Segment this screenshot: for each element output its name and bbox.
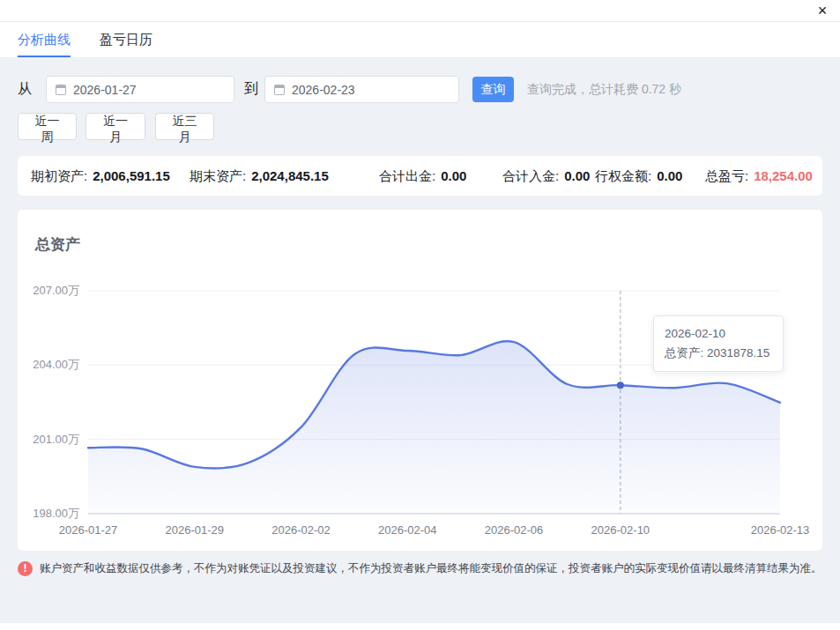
svg-text:2026-02-06: 2026-02-06 bbox=[485, 523, 544, 537]
chart-card: 总资产 207.00万204.00万201.00万198.00万2026-01-… bbox=[18, 210, 822, 551]
to-date-input[interactable] bbox=[264, 76, 459, 103]
summary-label: 期初资产: bbox=[31, 168, 87, 183]
account-analysis-panel: × 分析曲线 盈亏日历 从 到 查询 查询完成，总计耗费 0.72 秒 近一周 … bbox=[0, 0, 840, 630]
range-last-month-button[interactable]: 近一月 bbox=[85, 113, 145, 140]
summary-bar: 期初资产:2,006,591.15 期末资产:2,024,845.15 合计出金… bbox=[18, 156, 822, 196]
summary-item-total-pnl: 总盈亏:18,254.00 bbox=[705, 156, 813, 196]
svg-text:2026-02-10: 2026-02-10 bbox=[591, 523, 650, 537]
warning-icon: ! bbox=[18, 561, 33, 576]
summary-item-final-assets: 期末资产:2,024,845.15 bbox=[190, 156, 329, 196]
summary-item-total-withdrawal: 合计出金:0.00 bbox=[379, 156, 466, 196]
tab-pnl-calendar[interactable]: 盈亏日历 bbox=[100, 23, 152, 57]
content-area: 从 到 查询 查询完成，总计耗费 0.72 秒 近一周 近一月 近三月 期初资产… bbox=[0, 57, 840, 630]
from-date-input[interactable] bbox=[46, 76, 234, 103]
summary-value-pnl: 18,254.00 bbox=[754, 168, 813, 183]
chart-tooltip: 2026-02-10 总资产: 2031878.15 bbox=[653, 315, 784, 372]
from-label: 从 bbox=[18, 76, 32, 102]
svg-text:207.00万: 207.00万 bbox=[33, 284, 79, 297]
summary-item-initial-assets: 期初资产:2,006,591.15 bbox=[31, 156, 170, 196]
summary-label: 合计出金: bbox=[379, 168, 435, 183]
to-date-value[interactable] bbox=[292, 83, 415, 97]
summary-value: 0.00 bbox=[564, 168, 590, 183]
tab-analysis-curve[interactable]: 分析曲线 bbox=[18, 23, 71, 57]
svg-text:2026-02-04: 2026-02-04 bbox=[378, 523, 437, 537]
svg-text:201.00万: 201.00万 bbox=[33, 433, 79, 446]
calendar-icon bbox=[274, 85, 285, 95]
close-icon[interactable]: × bbox=[813, 1, 832, 20]
query-status-text: 查询完成，总计耗费 0.72 秒 bbox=[527, 77, 681, 102]
bottom-strip bbox=[0, 623, 840, 630]
from-date-value[interactable] bbox=[73, 83, 197, 97]
summary-label: 总盈亏: bbox=[705, 168, 748, 183]
range-last-quarter-button[interactable]: 近三月 bbox=[155, 113, 214, 140]
disclaimer-text: 账户资产和收益数据仅供参考，不作为对账凭证以及投资建议，不作为投资者账户最终将能… bbox=[40, 561, 822, 576]
svg-text:204.00万: 204.00万 bbox=[33, 358, 79, 371]
tooltip-value: 总资产: 2031878.15 bbox=[665, 344, 772, 363]
calendar-icon bbox=[56, 85, 66, 95]
summary-value: 2,006,591.15 bbox=[93, 168, 170, 183]
summary-label: 合计入金: bbox=[502, 168, 559, 183]
summary-value: 0.00 bbox=[441, 168, 466, 183]
query-button[interactable]: 查询 bbox=[472, 77, 514, 102]
svg-text:2026-02-13: 2026-02-13 bbox=[751, 523, 810, 537]
summary-label: 行权金额: bbox=[595, 168, 651, 183]
summary-label: 期末资产: bbox=[190, 168, 246, 183]
tooltip-date: 2026-02-10 bbox=[665, 324, 772, 344]
summary-item-total-deposit: 合计入金:0.00 bbox=[502, 156, 590, 196]
summary-value: 2,024,845.15 bbox=[251, 168, 329, 183]
tab-bar: 分析曲线 盈亏日历 bbox=[0, 23, 840, 57]
total-assets-line-chart[interactable]: 207.00万204.00万201.00万198.00万2026-01-2720… bbox=[18, 210, 822, 551]
summary-item-exercise-amount: 行权金额:0.00 bbox=[595, 156, 682, 196]
to-label: 到 bbox=[244, 76, 258, 102]
svg-text:2026-02-02: 2026-02-02 bbox=[271, 523, 331, 537]
summary-value: 0.00 bbox=[657, 168, 682, 183]
range-last-week-button[interactable]: 近一周 bbox=[18, 113, 77, 140]
disclaimer: ! 账户资产和收益数据仅供参考，不作为对账凭证以及投资建议，不作为投资者账户最终… bbox=[18, 561, 822, 576]
svg-text:2026-01-29: 2026-01-29 bbox=[166, 523, 225, 537]
titlebar: × bbox=[0, 0, 840, 22]
svg-text:2026-01-27: 2026-01-27 bbox=[59, 523, 118, 537]
svg-text:198.00万: 198.00万 bbox=[33, 507, 79, 520]
